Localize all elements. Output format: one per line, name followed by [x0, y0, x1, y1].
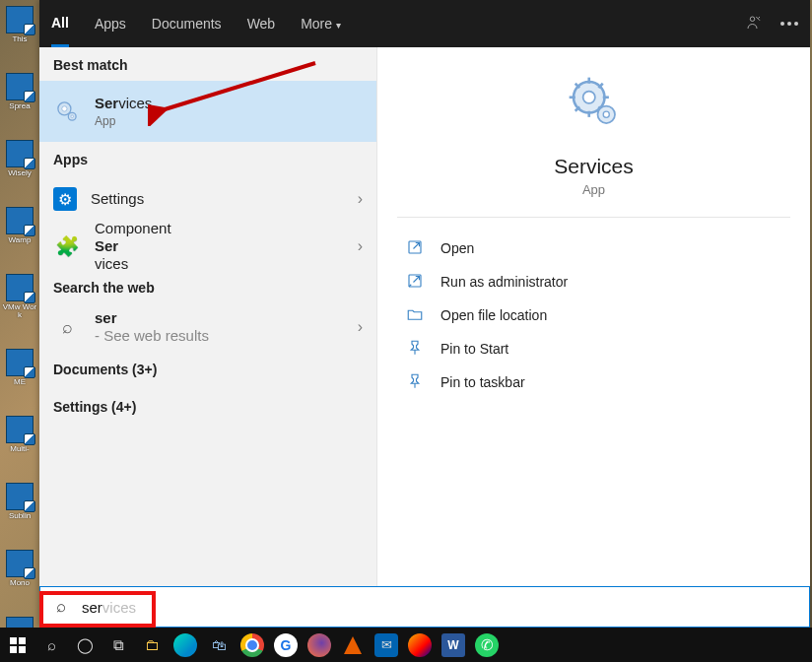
whatsapp-icon[interactable] — [475, 633, 499, 657]
chrome-icon[interactable] — [240, 633, 264, 657]
result-services-app[interactable]: Services App — [39, 81, 376, 142]
desktop-icon[interactable]: VMw Work — [2, 274, 37, 319]
tab-more[interactable]: More — [301, 0, 341, 47]
section-apps: Apps — [39, 142, 376, 175]
search-input[interactable] — [82, 587, 809, 627]
section-search-web: Search the web — [39, 270, 376, 303]
search-box[interactable]: ⌕ services — [39, 586, 810, 628]
start-button[interactable] — [6, 633, 30, 657]
shield-admin-icon — [405, 272, 425, 293]
section-settings-collapsed[interactable]: Settings (4+) — [39, 388, 376, 426]
google-icon[interactable]: G — [274, 633, 298, 657]
chrome-canary-icon[interactable] — [408, 633, 432, 657]
taskbar: ⌕ ◯ ⧉ 🗀 🛍 G W — [0, 628, 812, 662]
svg-point-14 — [582, 92, 594, 103]
desktop-icon[interactable]: Sublin — [2, 483, 37, 520]
svg-rect-23 — [19, 637, 26, 644]
services-hero-icon — [377, 75, 810, 141]
result-title: ser - See web results — [95, 309, 344, 345]
start-search-panel: All Apps Documents Web More Best match S… — [39, 0, 810, 628]
mail-icon[interactable] — [374, 633, 398, 657]
svg-rect-24 — [10, 646, 17, 653]
pin-taskbar-icon — [405, 372, 425, 393]
desktop-icons-column: This Sprea Wisely Wamp VMw Work ME Multi… — [0, 0, 39, 630]
svg-rect-22 — [10, 637, 17, 644]
result-title: Component Services — [95, 220, 344, 273]
pin-start-icon — [405, 339, 425, 360]
chevron-right-icon: › — [358, 190, 363, 208]
chevron-down-icon — [336, 16, 341, 32]
edge-icon[interactable] — [173, 633, 197, 657]
details-subtitle: App — [377, 182, 810, 197]
desktop-icon[interactable]: Wisely — [2, 140, 37, 177]
svg-point-2 — [62, 106, 67, 111]
more-options-icon[interactable] — [780, 22, 798, 26]
chevron-right-icon: › — [358, 318, 363, 336]
result-title: Services — [95, 95, 363, 112]
tab-documents[interactable]: Documents — [152, 0, 222, 47]
desktop-icon[interactable]: Multi- — [2, 416, 37, 453]
desktop-icon[interactable]: Mono — [2, 550, 37, 587]
action-pin-to-taskbar[interactable]: Pin to taskbar — [401, 365, 786, 399]
settings-gear-icon: ⚙ — [53, 187, 77, 211]
action-pin-to-start[interactable]: Pin to Start — [401, 332, 786, 365]
services-gear-icon — [53, 98, 81, 125]
action-open[interactable]: Open — [401, 232, 786, 265]
word-icon[interactable]: W — [441, 633, 465, 657]
desktop-icon[interactable]: ME — [2, 349, 37, 386]
result-component-services[interactable]: 🧩 Component Services › — [39, 223, 376, 270]
taskbar-search-icon[interactable]: ⌕ — [39, 633, 63, 657]
details-title: Services — [377, 155, 810, 178]
desktop-icon[interactable]: This — [2, 6, 37, 43]
feedback-icon[interactable] — [745, 14, 763, 34]
action-open-file-location[interactable]: Open file location — [401, 298, 786, 332]
result-details-pane: Services App Open Run as administrator O… — [376, 47, 810, 586]
result-web-search[interactable]: ⌕ ser - See web results › — [39, 303, 376, 351]
firefox-icon[interactable] — [307, 633, 331, 657]
svg-rect-25 — [19, 646, 26, 653]
folder-location-icon — [405, 305, 425, 326]
tab-web[interactable]: Web — [247, 0, 276, 47]
section-best-match: Best match — [39, 47, 376, 81]
svg-point-4 — [71, 115, 74, 118]
result-subtitle: App — [95, 114, 363, 128]
search-icon: ⌕ — [40, 597, 82, 617]
chevron-right-icon: › — [358, 237, 363, 255]
desktop-icon[interactable]: Sprea — [2, 73, 37, 110]
search-icon: ⌕ — [53, 313, 81, 341]
open-icon — [405, 238, 425, 259]
store-icon[interactable]: 🛍 — [207, 633, 231, 657]
search-filter-tabs: All Apps Documents Web More — [39, 0, 810, 47]
tab-all[interactable]: All — [51, 0, 69, 47]
tab-apps[interactable]: Apps — [95, 0, 126, 47]
svg-point-0 — [750, 17, 755, 22]
actions-list: Open Run as administrator Open file loca… — [377, 218, 810, 413]
action-run-as-admin[interactable]: Run as administrator — [401, 265, 786, 298]
component-services-icon: 🧩 — [53, 232, 81, 260]
result-settings-app[interactable]: ⚙ Settings › — [39, 175, 376, 223]
section-documents-collapsed[interactable]: Documents (3+) — [39, 351, 376, 388]
file-explorer-icon[interactable]: 🗀 — [140, 633, 164, 657]
svg-point-16 — [603, 111, 609, 117]
desktop-icon[interactable]: Wamp — [2, 207, 37, 244]
vlc-icon[interactable] — [341, 633, 365, 657]
task-view-icon[interactable]: ⧉ — [106, 633, 130, 657]
results-left-column: Best match Services App Apps ⚙ Settings … — [39, 47, 376, 586]
cortana-icon[interactable]: ◯ — [73, 633, 97, 657]
